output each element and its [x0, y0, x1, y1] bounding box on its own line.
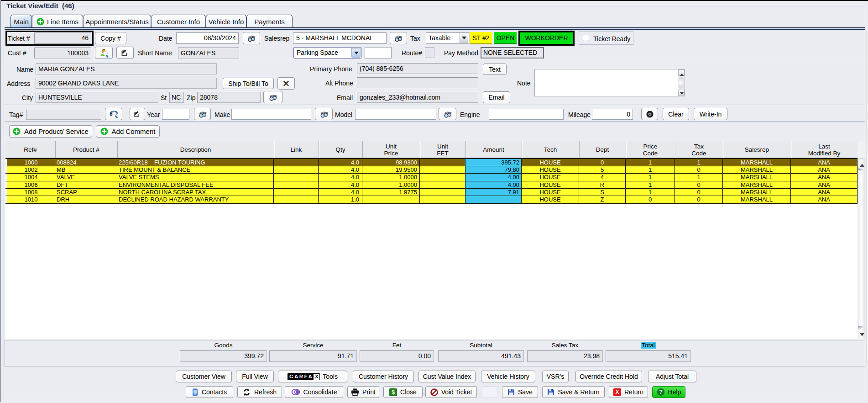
svg-text:?: ?	[659, 389, 663, 395]
